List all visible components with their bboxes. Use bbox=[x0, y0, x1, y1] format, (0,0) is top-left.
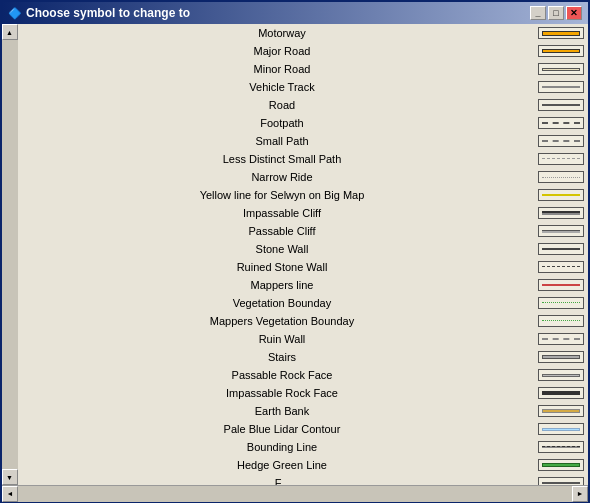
item-symbol bbox=[538, 333, 584, 345]
list-item[interactable]: Footpath bbox=[18, 114, 588, 132]
item-label: Bounding Line bbox=[26, 441, 538, 453]
list-item[interactable]: Minor Road bbox=[18, 60, 588, 78]
list-item[interactable]: Road bbox=[18, 96, 588, 114]
item-label: Stone Wall bbox=[26, 243, 538, 255]
item-label: Earth Bank bbox=[26, 405, 538, 417]
item-label: Pale Blue Lidar Contour bbox=[26, 423, 538, 435]
list-item[interactable]: Impassable Rock Face bbox=[18, 384, 588, 402]
scroll-right-button[interactable]: ► bbox=[572, 486, 588, 502]
item-label: Ruin Wall bbox=[26, 333, 538, 345]
item-symbol bbox=[538, 189, 584, 201]
item-label: Mappers Vegetation Bounday bbox=[26, 315, 538, 327]
item-label: Footpath bbox=[26, 117, 538, 129]
item-symbol bbox=[538, 441, 584, 453]
item-symbol bbox=[538, 27, 584, 39]
window-icon: 🔷 bbox=[8, 7, 22, 20]
list-item[interactable]: Less Distinct Small Path bbox=[18, 150, 588, 168]
list-item[interactable]: Passable Rock Face bbox=[18, 366, 588, 384]
item-label: Major Road bbox=[26, 45, 538, 57]
left-scrollbar: ▲ ▼ bbox=[2, 24, 18, 485]
minimize-button[interactable]: _ bbox=[530, 6, 546, 20]
item-symbol bbox=[538, 45, 584, 57]
item-label: Stairs bbox=[26, 351, 538, 363]
item-symbol bbox=[538, 279, 584, 291]
item-label: Minor Road bbox=[26, 63, 538, 75]
list-item[interactable]: Stairs bbox=[18, 348, 588, 366]
item-label: Vegetation Bounday bbox=[26, 297, 538, 309]
list-item[interactable]: Passable Cliff bbox=[18, 222, 588, 240]
item-symbol bbox=[538, 225, 584, 237]
main-window: 🔷 Choose symbol to change to _ □ ✕ ▲ ▼ M… bbox=[0, 0, 590, 503]
item-label: Passable Cliff bbox=[26, 225, 538, 237]
list-item[interactable]: Mappers line bbox=[18, 276, 588, 294]
close-button[interactable]: ✕ bbox=[566, 6, 582, 20]
item-symbol bbox=[538, 135, 584, 147]
item-symbol bbox=[538, 387, 584, 399]
maximize-button[interactable]: □ bbox=[548, 6, 564, 20]
list-item[interactable]: Earth Bank bbox=[18, 402, 588, 420]
item-label: Narrow Ride bbox=[26, 171, 538, 183]
titlebar: 🔷 Choose symbol to change to _ □ ✕ bbox=[2, 2, 588, 24]
bottom-scrollbar: ◄ ► bbox=[2, 485, 588, 501]
item-label: Hedge Green Line bbox=[26, 459, 538, 471]
item-symbol bbox=[538, 261, 584, 273]
scroll-track[interactable] bbox=[2, 40, 18, 469]
item-label: Yellow line for Selwyn on Big Map bbox=[26, 189, 538, 201]
item-symbol bbox=[538, 153, 584, 165]
list-item[interactable]: Small Path bbox=[18, 132, 588, 150]
list-item[interactable]: Vegetation Bounday bbox=[18, 294, 588, 312]
list-item[interactable]: Stone Wall bbox=[18, 240, 588, 258]
list-item[interactable]: Ruin Wall bbox=[18, 330, 588, 348]
window-title: Choose symbol to change to bbox=[26, 6, 190, 20]
item-symbol bbox=[538, 99, 584, 111]
item-label: Impassable Rock Face bbox=[26, 387, 538, 399]
item-symbol bbox=[538, 423, 584, 435]
titlebar-controls: _ □ ✕ bbox=[530, 6, 582, 20]
list-item[interactable]: Motorway bbox=[18, 24, 588, 42]
item-symbol bbox=[538, 207, 584, 219]
list-item[interactable]: Hedge Green Line bbox=[18, 456, 588, 474]
item-symbol bbox=[538, 243, 584, 255]
list-item[interactable]: Yellow line for Selwyn on Big Map bbox=[18, 186, 588, 204]
titlebar-left: 🔷 Choose symbol to change to bbox=[8, 6, 190, 20]
item-label: Vehicle Track bbox=[26, 81, 538, 93]
list-item[interactable]: Ruined Stone Wall bbox=[18, 258, 588, 276]
list-item[interactable]: Mappers Vegetation Bounday bbox=[18, 312, 588, 330]
item-label: F... bbox=[26, 477, 538, 485]
list-item[interactable]: Bounding Line bbox=[18, 438, 588, 456]
item-symbol bbox=[538, 369, 584, 381]
item-label: Ruined Stone Wall bbox=[26, 261, 538, 273]
scroll-down-button[interactable]: ▼ bbox=[2, 469, 18, 485]
item-label: Passable Rock Face bbox=[26, 369, 538, 381]
item-symbol bbox=[538, 459, 584, 471]
item-label: Less Distinct Small Path bbox=[26, 153, 538, 165]
list-item[interactable]: Narrow Ride bbox=[18, 168, 588, 186]
list-item[interactable]: F... bbox=[18, 474, 588, 485]
item-label: Small Path bbox=[26, 135, 538, 147]
item-symbol bbox=[538, 81, 584, 93]
list-item[interactable]: Vehicle Track bbox=[18, 78, 588, 96]
item-symbol bbox=[538, 297, 584, 309]
scroll-up-button[interactable]: ▲ bbox=[2, 24, 18, 40]
item-label: Motorway bbox=[26, 27, 538, 39]
item-symbol bbox=[538, 117, 584, 129]
item-symbol bbox=[538, 477, 584, 485]
item-label: Mappers line bbox=[26, 279, 538, 291]
list-item[interactable]: Pale Blue Lidar Contour bbox=[18, 420, 588, 438]
hscroll-track[interactable] bbox=[18, 486, 572, 502]
list-item[interactable]: Impassable Cliff bbox=[18, 204, 588, 222]
item-symbol bbox=[538, 405, 584, 417]
symbol-list[interactable]: MotorwayMajor RoadMinor RoadVehicle Trac… bbox=[18, 24, 588, 485]
item-symbol bbox=[538, 351, 584, 363]
item-label: Impassable Cliff bbox=[26, 207, 538, 219]
scroll-left-button[interactable]: ◄ bbox=[2, 486, 18, 502]
item-label: Road bbox=[26, 99, 538, 111]
item-symbol bbox=[538, 171, 584, 183]
item-symbol bbox=[538, 63, 584, 75]
item-symbol bbox=[538, 315, 584, 327]
content-area: ▲ ▼ MotorwayMajor RoadMinor RoadVehicle … bbox=[2, 24, 588, 485]
list-item[interactable]: Major Road bbox=[18, 42, 588, 60]
